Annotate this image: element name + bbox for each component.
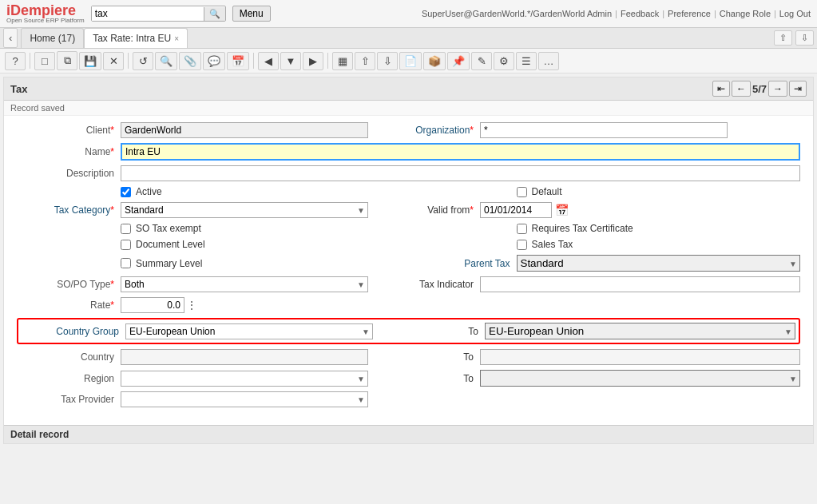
document-level-row: Document Level Sales Tax	[17, 239, 800, 250]
country-group-select[interactable]: EU-European Union	[125, 323, 373, 339]
tab-back-button[interactable]: ‹	[3, 28, 18, 48]
client-input[interactable]	[121, 122, 368, 138]
sopo-type-select[interactable]: Both	[121, 276, 368, 292]
tb-chat-button[interactable]: 💬	[203, 52, 225, 70]
tb-more-button[interactable]: …	[538, 52, 559, 70]
tax-provider-field: ▼	[121, 391, 368, 407]
parent-tax-select-wrapper: Standard ▼	[517, 255, 801, 272]
valid-from-input[interactable]	[480, 202, 552, 218]
summary-level-checkbox[interactable]	[121, 258, 131, 268]
tb-pkg-button[interactable]: 📦	[423, 52, 446, 70]
tab-active-label: Tax Rate: Intra EU	[93, 33, 171, 44]
description-input[interactable]	[121, 165, 800, 181]
tb-find-button[interactable]: 🔍	[155, 52, 177, 70]
rate-input[interactable]	[121, 297, 184, 313]
tax-provider-label: Tax Provider	[17, 394, 121, 405]
user-info: SuperUser@GardenWorld.*/GardenWorld Admi…	[422, 9, 612, 18]
tb-up-arrow-button[interactable]: ⇧	[355, 52, 375, 70]
tax-category-field: Standard ▼	[121, 202, 368, 218]
search-button[interactable]: 🔍	[204, 7, 225, 21]
tax-indicator-input[interactable]	[480, 276, 800, 292]
tax-category-select-wrapper: Standard ▼	[121, 202, 368, 218]
parent-tax-select[interactable]: Standard	[517, 255, 801, 272]
tb-pin-button[interactable]: 📌	[447, 52, 470, 70]
default-checkbox[interactable]	[517, 187, 527, 197]
search-input[interactable]	[92, 6, 204, 21]
name-label: Name*	[17, 146, 121, 157]
tax-indicator-field	[480, 276, 800, 292]
nav-first-button[interactable]: ⇤	[712, 81, 730, 97]
region-select[interactable]	[121, 371, 368, 387]
tb-help-button[interactable]: ?	[5, 52, 26, 70]
tb-settings2-button[interactable]: ☰	[516, 52, 537, 70]
tb-edit-button[interactable]: ✎	[471, 52, 492, 70]
tax-category-select[interactable]: Standard	[121, 202, 368, 218]
tb-copy-button[interactable]: ⧉	[57, 51, 77, 70]
so-tax-row: SO Tax exempt Requires Tax Certificate	[17, 223, 800, 234]
tax-provider-select[interactable]	[121, 391, 368, 407]
tb-delete-button[interactable]: ✕	[103, 52, 124, 70]
menu-button[interactable]: Menu	[232, 6, 271, 22]
active-default-row: Active Default	[17, 186, 800, 197]
tb-new-button[interactable]: □	[34, 52, 55, 70]
logout-link[interactable]: Log Out	[779, 9, 811, 18]
feedback-link[interactable]: Feedback	[621, 9, 659, 18]
tb-attachment-button[interactable]: 📎	[179, 52, 201, 70]
country-group-to-select-wrapper: EU-European Union ▼	[485, 323, 795, 339]
nav-next-button[interactable]: →	[768, 81, 787, 97]
preference-link[interactable]: Preference	[668, 9, 711, 18]
sales-tax-section: Sales Tax	[517, 239, 801, 250]
tb-settings-button[interactable]: ⚙	[494, 52, 514, 70]
name-row: Name*	[17, 143, 800, 161]
tb-refresh-button[interactable]: ↺	[133, 52, 153, 70]
pagination-text: 5/7	[752, 83, 767, 95]
summary-level-label: Summary Level	[136, 258, 202, 269]
active-section: Active	[121, 186, 405, 197]
logo-subtext: Open Source ERP Platform	[6, 18, 85, 24]
valid-from-section: 📅	[480, 202, 800, 218]
sales-tax-checkbox[interactable]	[517, 240, 527, 250]
collapse-button[interactable]: ⇧	[774, 30, 792, 46]
calendar-icon[interactable]: 📅	[555, 204, 569, 216]
tab-active[interactable]: Tax Rate: Intra EU ×	[84, 28, 188, 48]
org-label-link[interactable]: Organization	[415, 125, 470, 136]
tb-separator-4	[327, 53, 328, 69]
tb-down-button[interactable]: ▼	[280, 52, 301, 70]
parent-tax-field: Standard ▼	[517, 255, 801, 272]
so-tax-exempt-checkbox[interactable]	[121, 224, 131, 234]
active-checkbox[interactable]	[121, 187, 131, 197]
org-input[interactable]	[480, 122, 728, 138]
tb-save-button[interactable]: 💾	[79, 52, 101, 70]
nav-prev-button[interactable]: ←	[732, 81, 751, 97]
tb-next-button[interactable]: ▶	[303, 52, 323, 70]
tab-close-icon[interactable]: ×	[174, 34, 179, 43]
name-input[interactable]	[121, 143, 800, 161]
tab-bar: ‹ Home (17) Tax Rate: Intra EU × ⇧ ⇩	[0, 28, 817, 49]
country-group-select-wrapper: EU-European Union ▼	[125, 323, 373, 339]
tax-provider-select-wrapper: ▼	[121, 391, 368, 407]
tb-doc-button[interactable]: 📄	[399, 52, 422, 70]
tab-home[interactable]: Home (17)	[21, 28, 84, 48]
country-group-to-select[interactable]: EU-European Union	[485, 323, 795, 339]
document-level-label: Document Level	[136, 239, 205, 250]
top-bar-right: SuperUser@GardenWorld.*/GardenWorld Admi…	[422, 9, 811, 18]
expand-button[interactable]: ⇩	[795, 30, 814, 46]
tb-calendar-button[interactable]: 📅	[227, 52, 249, 70]
region-to-select[interactable]	[480, 370, 800, 387]
requires-tax-cert-checkbox[interactable]	[517, 224, 527, 234]
tax-provider-row: Tax Provider ▼	[17, 391, 800, 407]
calculator-icon[interactable]: ⋮	[186, 299, 197, 312]
to-label-1: To	[373, 326, 485, 337]
country-to-input[interactable]	[480, 349, 800, 365]
change-role-link[interactable]: Change Role	[720, 9, 771, 18]
tax-indicator-label: Tax Indicator	[368, 279, 480, 290]
nav-last-button[interactable]: ⇥	[789, 81, 807, 97]
tb-dn-arrow-button[interactable]: ⇩	[377, 52, 398, 70]
tb-prev-button[interactable]: ◀	[258, 52, 279, 70]
tb-separator-1	[30, 53, 30, 69]
default-section: Default	[517, 186, 801, 197]
country-input[interactable]	[121, 349, 368, 365]
logo: iDempiere Open Source ERP Platform	[6, 3, 85, 24]
tb-grid-button[interactable]: ▦	[332, 52, 353, 70]
document-level-checkbox[interactable]	[121, 240, 131, 250]
